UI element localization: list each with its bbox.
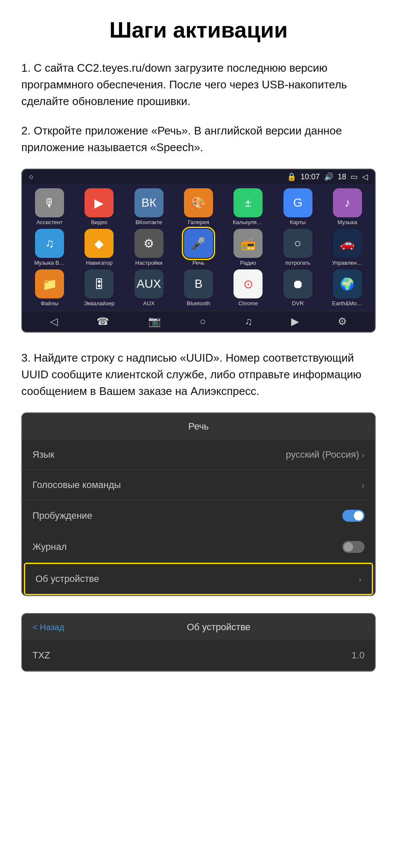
speech-row-value-4: › (359, 574, 362, 584)
app-label-15: Эквалайзер (84, 300, 114, 307)
app-label-19: DVR (292, 300, 304, 307)
page-title: Шаги активации (21, 17, 376, 43)
status-time: 10:07 (301, 172, 320, 181)
chevron-icon-4: › (359, 574, 362, 584)
app-icon-19: ⏺ (283, 269, 312, 298)
app-icon-13: 🚗 (333, 229, 362, 258)
speech-row-0[interactable]: Язык русский (Россия)› (22, 440, 375, 470)
app-item-12[interactable]: ○ потрогать (274, 229, 321, 266)
status-window-icon: ▭ (350, 172, 358, 181)
bottom-camera[interactable]: 📷 (148, 316, 161, 327)
app-label-9: Настройки (135, 260, 163, 266)
speech-rows: Язык русский (Россия)› Голосовые команды… (22, 440, 375, 595)
app-label-6: Музыка (338, 219, 357, 225)
app-item-1[interactable]: ▶ Видео (75, 188, 123, 225)
app-label-14: Файлы (41, 300, 58, 307)
app-label-8: Навигатор (86, 260, 112, 266)
device-row-0: TXZ 1.0 (22, 640, 375, 671)
app-icon-11: 📻 (234, 229, 263, 258)
app-label-0: Ассистент (36, 219, 63, 225)
status-bar: ○ 🔒 10:07 🔊 18 ▭ ◁ (22, 170, 375, 184)
speech-row-label-2: Пробуждение (32, 510, 92, 521)
app-item-10[interactable]: 🎤 Речь (175, 229, 222, 266)
app-label-3: Галерея (188, 219, 209, 225)
app-label-16: AUX (143, 300, 155, 307)
chevron-icon-1: › (362, 480, 365, 490)
status-lock-icon: 🔒 (287, 172, 296, 181)
app-item-14[interactable]: 📁 Файлы (26, 269, 73, 307)
speech-title: Речь (188, 421, 209, 432)
speech-row-label-1: Голосовые команды (32, 479, 121, 491)
app-item-16[interactable]: AUX AUX (125, 269, 173, 307)
app-item-17[interactable]: B Bluetooth (175, 269, 222, 307)
status-volume-icon: 🔊 (324, 172, 333, 181)
speech-row-value-0: русский (Россия)› (286, 449, 365, 460)
app-item-2[interactable]: ВК ВКонтакте (125, 188, 173, 225)
app-item-9[interactable]: ⚙ Настройки (125, 229, 173, 266)
speech-row-label-3: Журнал (32, 541, 67, 552)
app-icon-15: 🎛 (85, 269, 114, 298)
bottom-play[interactable]: ▶ (291, 316, 299, 327)
status-left-icon: ○ (29, 172, 34, 181)
device-row-label-0: TXZ (32, 650, 50, 661)
toggle-off-3[interactable] (342, 541, 365, 553)
bottom-back[interactable]: ◁ (50, 316, 58, 327)
speech-row-label-0: Язык (32, 449, 54, 460)
step3-text: 3. Найдите строку с надписью «UUID». Ном… (21, 350, 376, 400)
device-header: < Назад Об устройстве (22, 614, 375, 640)
page-container: Шаги активации 1. С сайта CC2.teyes.ru/d… (0, 0, 397, 706)
speech-row-3[interactable]: Журнал (22, 532, 375, 563)
app-icon-6: ♪ (333, 188, 362, 217)
app-icon-4: ± (234, 188, 263, 217)
app-item-19[interactable]: ⏺ DVR (274, 269, 321, 307)
speech-row-2[interactable]: Пробуждение (22, 500, 375, 532)
app-icon-14: 📁 (35, 269, 64, 298)
speech-row-1[interactable]: Голосовые команды › (22, 470, 375, 500)
app-item-11[interactable]: 📻 Радио (224, 229, 272, 266)
bottom-settings[interactable]: ⚙ (338, 316, 347, 327)
app-item-8[interactable]: ◆ Навигатор (75, 229, 123, 266)
app-item-7[interactable]: ♫ Музыка Blu… (26, 229, 73, 266)
device-info-screen: < Назад Об устройстве TXZ 1.0 (21, 613, 376, 672)
app-item-3[interactable]: 🎨 Галерея (175, 188, 222, 225)
app-item-0[interactable]: 🎙 Ассистент (26, 188, 73, 225)
app-icon-9: ⚙ (134, 229, 163, 258)
chevron-icon-0: › (362, 450, 365, 460)
app-icon-1: ▶ (85, 188, 114, 217)
step2-text: 2. Откройте приложение «Речь». В английс… (21, 123, 376, 156)
device-back-button[interactable]: < Назад (32, 623, 64, 632)
toggle-on-2[interactable] (342, 510, 365, 522)
speech-header: Речь (22, 413, 375, 440)
app-icon-3: 🎨 (184, 188, 213, 217)
app-icon-2: ВК (134, 188, 163, 217)
app-item-6[interactable]: ♪ Музыка (324, 188, 371, 225)
app-item-20[interactable]: 🌍 Earth&Moon (324, 269, 371, 307)
bottom-bar: ◁ ☎ 📷 ○ ♫ ▶ ⚙ (22, 311, 375, 332)
bottom-home[interactable]: ○ (200, 316, 206, 327)
app-icon-18: ⊙ (234, 269, 263, 298)
device-header-title: Об устройстве (73, 622, 365, 633)
app-label-12: потрогать (285, 260, 310, 266)
status-back-icon: ◁ (362, 172, 368, 181)
bottom-music[interactable]: ♫ (245, 316, 252, 327)
speech-row-4[interactable]: Об устройстве › (24, 563, 373, 595)
app-label-7: Музыка Blu… (34, 260, 65, 266)
app-item-18[interactable]: ⊙ Chrome (224, 269, 272, 307)
app-label-13: Управление (332, 260, 363, 266)
app-icon-7: ♫ (35, 229, 64, 258)
app-label-18: Chrome (238, 300, 258, 307)
app-icon-5: G (283, 188, 312, 217)
app-label-20: Earth&Moon (332, 300, 363, 307)
app-icon-12: ○ (283, 229, 312, 258)
app-item-5[interactable]: G Карты (274, 188, 321, 225)
app-label-17: Bluetooth (187, 300, 210, 307)
app-icon-20: 🌍 (333, 269, 362, 298)
app-item-15[interactable]: 🎛 Эквалайзер (75, 269, 123, 307)
app-icon-8: ◆ (85, 229, 114, 258)
app-item-4[interactable]: ± Калькулятор (224, 188, 272, 225)
app-label-5: Карты (290, 219, 306, 225)
bottom-phone[interactable]: ☎ (96, 316, 109, 327)
app-label-1: Видео (91, 219, 107, 225)
app-icon-10: 🎤 (184, 229, 213, 258)
app-item-13[interactable]: 🚗 Управление (324, 229, 371, 266)
